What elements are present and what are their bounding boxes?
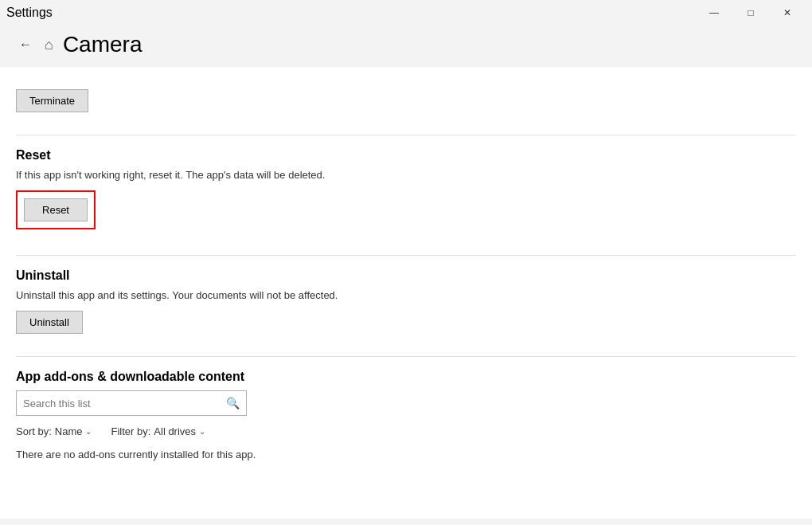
sort-dropdown[interactable]: Sort by: Name ⌄: [16, 425, 92, 437]
title-bar-left: Settings: [6, 6, 53, 20]
title-bar: Settings — □ ✕: [0, 0, 812, 25]
reset-description: If this app isn't working right, reset i…: [16, 169, 796, 181]
reset-section: Reset If this app isn't working right, r…: [16, 148, 796, 233]
main-content: Terminate Reset If this app isn't workin…: [0, 67, 812, 519]
divider-3: [16, 356, 796, 357]
no-addons-message: There are no add-ons currently installed…: [16, 449, 796, 460]
back-icon: ←: [19, 37, 32, 51]
app-header: ← ⌂ Camera: [0, 25, 812, 67]
terminate-section: Terminate: [16, 89, 796, 112]
reset-title: Reset: [16, 148, 796, 163]
filter-chevron-icon: ⌄: [199, 427, 205, 436]
reset-button[interactable]: Reset: [24, 198, 88, 221]
maximize-button[interactable]: □: [732, 0, 769, 25]
truncated-text: [16, 67, 796, 80]
sort-label: Sort by:: [16, 425, 52, 437]
minimize-button[interactable]: —: [696, 0, 732, 25]
terminate-button[interactable]: Terminate: [16, 89, 88, 112]
uninstall-description: Uninstall this app and its settings. You…: [16, 289, 796, 301]
divider-2: [16, 255, 796, 256]
sort-chevron-icon: ⌄: [85, 427, 92, 436]
close-button[interactable]: ✕: [769, 0, 806, 25]
filter-dropdown[interactable]: Filter by: All drives ⌄: [111, 425, 205, 437]
uninstall-button[interactable]: Uninstall: [16, 311, 83, 334]
uninstall-title: Uninstall: [16, 268, 796, 283]
search-container[interactable]: 🔍: [16, 390, 247, 416]
search-input[interactable]: [23, 398, 226, 409]
sort-value: Name: [55, 425, 83, 437]
uninstall-section: Uninstall Uninstall this app and its set…: [16, 268, 796, 334]
back-button[interactable]: ←: [16, 34, 35, 55]
page-title: Camera: [63, 32, 142, 57]
filter-value: All drives: [154, 425, 196, 437]
filter-row: Sort by: Name ⌄ Filter by: All drives ⌄: [16, 425, 796, 437]
home-icon: ⌂: [45, 37, 53, 53]
title-bar-title: Settings: [6, 6, 53, 20]
addons-section: App add-ons & downloadable content 🔍 Sor…: [16, 370, 796, 460]
reset-highlight-border: Reset: [16, 190, 96, 229]
title-bar-controls: — □ ✕: [696, 0, 806, 25]
addons-title: App add-ons & downloadable content: [16, 370, 796, 384]
search-icon: 🔍: [226, 397, 240, 409]
filter-label: Filter by:: [111, 425, 150, 437]
divider-1: [16, 135, 796, 135]
